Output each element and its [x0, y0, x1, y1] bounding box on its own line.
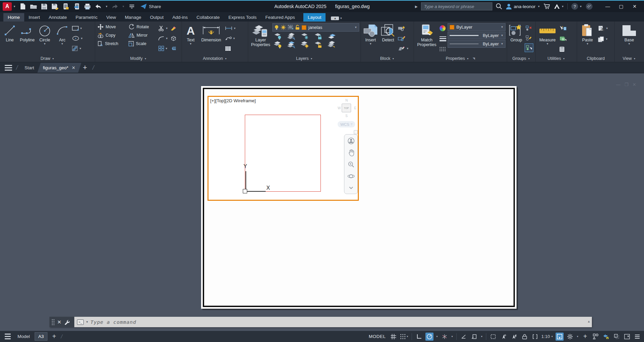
save-as-icon[interactable]: [51, 3, 59, 10]
layout-tabs-menu-icon[interactable]: [3, 334, 13, 339]
edit-attributes-button[interactable]: ▼: [397, 44, 410, 53]
close-button[interactable]: ✕: [628, 1, 641, 11]
minimize-button[interactable]: —: [601, 1, 614, 11]
layer-unisolate-icon[interactable]: [287, 41, 296, 48]
circle-button[interactable]: Circle ▼: [36, 23, 53, 55]
drag-grip-icon[interactable]: [52, 319, 54, 325]
tab-collaborate[interactable]: Collaborate: [192, 13, 224, 22]
model-tab[interactable]: Model: [17, 334, 30, 339]
panel-label-utilities[interactable]: Utilities▼: [536, 55, 577, 62]
base-button[interactable]: Base ▼: [620, 23, 638, 55]
tab-home[interactable]: Home: [3, 13, 24, 22]
command-customize-wrench-icon[interactable]: [64, 319, 70, 325]
dimension-linear-button[interactable]: ▼: [224, 24, 237, 33]
text-dropdown-icon[interactable]: ▼: [189, 42, 192, 45]
detect-button[interactable]: Detect: [380, 23, 396, 55]
grid-toggle-icon[interactable]: [389, 333, 397, 341]
snap-toggle-icon[interactable]: ▼: [400, 333, 409, 341]
lineweight-dropdown[interactable]: ByLayer ▼: [448, 32, 505, 39]
table-button[interactable]: [224, 44, 237, 53]
offset-button[interactable]: [169, 44, 178, 53]
copy-button[interactable]: Copy: [97, 31, 127, 39]
command-line-grip[interactable]: ✕: [49, 317, 74, 327]
insert-button[interactable]: Insert ▼: [362, 23, 379, 55]
redo-icon[interactable]: [111, 3, 119, 10]
full-nav-wheel-icon[interactable]: [347, 137, 355, 145]
isodraft-dropdown-icon[interactable]: ▼: [451, 335, 453, 338]
measure-button[interactable]: Measure ▼: [537, 23, 558, 55]
panel-label-annotation[interactable]: Annotation▼: [182, 55, 248, 62]
hatch-tool-button[interactable]: ▼: [71, 44, 84, 53]
new-tab-button[interactable]: +: [83, 64, 87, 71]
undo-icon[interactable]: [94, 3, 102, 10]
quick-select-button[interactable]: [559, 24, 567, 33]
paste-dropdown-icon[interactable]: ▼: [586, 42, 589, 45]
save-icon[interactable]: [41, 3, 48, 10]
move-button[interactable]: Move: [97, 23, 127, 31]
feedback-icon[interactable]: [585, 3, 593, 10]
undo-dropdown-icon[interactable]: ▼: [105, 5, 108, 8]
zoom-icon[interactable]: [347, 160, 355, 169]
arc-dropdown-icon[interactable]: ▼: [61, 42, 64, 45]
search-icon[interactable]: [496, 3, 502, 10]
app-menu-button[interactable]: A ▼: [3, 2, 16, 11]
close-tab-icon[interactable]: ✕: [72, 65, 75, 70]
arc-button[interactable]: Arc ▼: [54, 23, 71, 55]
stretch-button[interactable]: Stretch: [97, 39, 127, 48]
panel-label-properties[interactable]: Properties▼◥: [414, 55, 507, 62]
layout-tab-a3[interactable]: A3: [35, 332, 48, 341]
panel-label-clipboard[interactable]: Clipboard: [577, 55, 614, 62]
clean-screen-icon[interactable]: [623, 333, 631, 341]
erase-button[interactable]: [169, 24, 178, 33]
cut-button[interactable]: ▼: [597, 24, 609, 33]
object-color-button[interactable]: [439, 24, 447, 33]
command-close-icon[interactable]: ✕: [57, 319, 62, 325]
layer-properties-button[interactable]: Layer Properties: [250, 23, 272, 55]
match-properties-button[interactable]: Match Properties: [415, 23, 438, 55]
measure-dropdown-icon[interactable]: ▼: [546, 42, 549, 45]
maximize-button[interactable]: ▢: [614, 1, 628, 11]
command-history-icon[interactable]: ▼: [86, 320, 88, 324]
command-prompt-icon[interactable]: >_: [77, 319, 84, 325]
panel-label-draw[interactable]: Draw▼: [0, 55, 95, 62]
linetype-button[interactable]: [439, 45, 447, 53]
layer-on-all-icon[interactable]: [274, 41, 282, 48]
dynamic-input-toggle-icon[interactable]: [470, 333, 478, 341]
navbar-tip[interactable]: [354, 130, 358, 134]
tab-layout[interactable]: Layout: [303, 13, 326, 22]
viewcube-top-face[interactable]: TOP: [342, 104, 351, 112]
viewport-controls-label[interactable]: [+][Top][2D Wireframe]: [210, 98, 256, 103]
scale-button[interactable]: Scale: [127, 39, 157, 48]
orbit-icon[interactable]: [347, 172, 355, 181]
annotation-monitor-icon[interactable]: [602, 333, 610, 341]
ungroup-button[interactable]: [525, 24, 533, 33]
line-button[interactable]: Line: [1, 23, 18, 55]
object-snap-toggle-icon[interactable]: [500, 333, 508, 341]
dimension-button[interactable]: Dimension: [199, 23, 224, 55]
doc-minimize-icon[interactable]: —: [616, 82, 620, 87]
lineweight-button[interactable]: [439, 34, 447, 43]
annotation-visibility-toggle-icon[interactable]: [531, 333, 539, 341]
file-tabs-menu-icon[interactable]: [3, 65, 14, 71]
tab-annotate[interactable]: Annotate: [44, 13, 71, 22]
tab-view[interactable]: View: [102, 13, 120, 22]
tab-addins[interactable]: Add-ins: [168, 13, 192, 22]
layer-isolate-icon[interactable]: [287, 33, 296, 40]
status-menu-icon[interactable]: [633, 333, 641, 341]
linetype-dropdown[interactable]: ByLayer ▼: [448, 40, 505, 48]
wcs-dropdown[interactable]: WCS▽: [338, 121, 355, 127]
rectangle-tool-button[interactable]: ▼: [71, 24, 84, 33]
tab-manage[interactable]: Manage: [120, 13, 146, 22]
color-dropdown[interactable]: ByLayer ▼: [448, 23, 505, 31]
layer-merge-icon[interactable]: [328, 41, 336, 48]
tab-express-tools[interactable]: Express Tools: [224, 13, 261, 22]
help-button[interactable]: ? ▼: [571, 3, 582, 10]
model-space-badge[interactable]: MODEL: [369, 334, 386, 339]
panel-label-view[interactable]: View▼: [615, 55, 644, 62]
viewcube-west[interactable]: W: [338, 106, 341, 110]
fillet-button[interactable]: ▼: [158, 34, 169, 43]
customization-gear-icon[interactable]: [566, 333, 574, 341]
plot-icon[interactable]: [84, 3, 91, 10]
selection-cycling-toggle-icon[interactable]: [489, 333, 497, 341]
drawn-rectangle[interactable]: [245, 115, 321, 192]
